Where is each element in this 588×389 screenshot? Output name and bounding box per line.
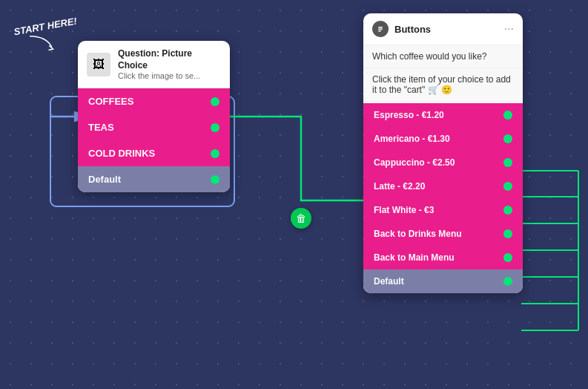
more-options-button[interactable]: ··· — [504, 22, 514, 36]
buttons-default-dot — [503, 277, 512, 286]
svg-rect-10 — [378, 27, 383, 28]
latte-dot — [503, 182, 512, 191]
question-default-label: Default — [88, 174, 121, 185]
question-card: 🖼 Question: Picture Choice Click the ima… — [78, 41, 230, 192]
buttons-default-button[interactable]: Default — [363, 269, 523, 293]
back-drinks-button[interactable]: Back to Drinks Menu — [363, 222, 523, 246]
flat-white-label: Flat White - €3 — [374, 205, 434, 215]
latte-button[interactable]: Latte - €2.20 — [363, 174, 523, 198]
question-subtitle: Click the image to se... — [118, 71, 221, 80]
cappuccino-dot — [503, 158, 512, 167]
question-picture-icon: 🖼 — [87, 53, 110, 76]
back-drinks-label: Back to Drinks Menu — [374, 229, 462, 239]
cold-drinks-button[interactable]: COLD DRINKS — [78, 140, 230, 166]
buttons-header-left: Buttons — [372, 21, 431, 37]
back-main-label: Back to Main Menu — [374, 252, 455, 263]
cold-drinks-dot — [211, 149, 219, 158]
buttons-card-title: Buttons — [394, 24, 431, 35]
buttons-message1: Which coffee would you like? — [363, 45, 523, 68]
coffees-dot — [211, 97, 219, 106]
americano-dot — [503, 134, 512, 143]
espresso-label: Espresso - €1.20 — [374, 110, 444, 120]
espresso-dot — [503, 111, 512, 120]
americano-label: Americano - €1.30 — [374, 134, 450, 144]
question-title: Question: Picture Choice — [118, 48, 221, 71]
latte-label: Latte - €2.20 — [374, 181, 425, 192]
question-header: 🖼 Question: Picture Choice Click the ima… — [78, 41, 230, 88]
flat-white-dot — [503, 206, 512, 215]
buttons-card-icon — [372, 21, 389, 37]
teas-label: TEAS — [88, 122, 114, 133]
buttons-card: Buttons ··· Which coffee would you like?… — [363, 13, 523, 293]
svg-rect-12 — [378, 30, 381, 32]
back-main-button[interactable]: Back to Main Menu — [363, 246, 523, 269]
buttons-default-label: Default — [374, 276, 404, 287]
question-default-button[interactable]: Default — [78, 166, 230, 192]
delete-button[interactable]: 🗑 — [291, 208, 311, 229]
svg-rect-11 — [378, 29, 383, 30]
back-drinks-dot — [503, 229, 512, 238]
cappuccino-label: Cappuccino - €2.50 — [374, 157, 455, 168]
question-default-dot — [211, 175, 219, 184]
flat-white-button[interactable]: Flat White - €3 — [363, 198, 523, 222]
back-main-dot — [503, 253, 512, 262]
buttons-header: Buttons ··· — [363, 13, 523, 45]
question-button-list: COFFEES TEAS COLD DRINKS Default — [78, 88, 230, 192]
teas-button[interactable]: TEAS — [78, 114, 230, 140]
buttons-message2: Click the item of your choice to add it … — [363, 68, 523, 102]
teas-dot — [211, 123, 219, 132]
coffees-label: COFFEES — [88, 96, 133, 107]
buttons-list: Espresso - €1.20 Americano - €1.30 Cappu… — [363, 103, 523, 293]
cold-drinks-label: COLD DRINKS — [88, 148, 155, 159]
americano-button[interactable]: Americano - €1.30 — [363, 127, 523, 151]
coffees-button[interactable]: COFFEES — [78, 88, 230, 114]
cappuccino-button[interactable]: Cappuccino - €2.50 — [363, 151, 523, 174]
espresso-button[interactable]: Espresso - €1.20 — [363, 103, 523, 127]
